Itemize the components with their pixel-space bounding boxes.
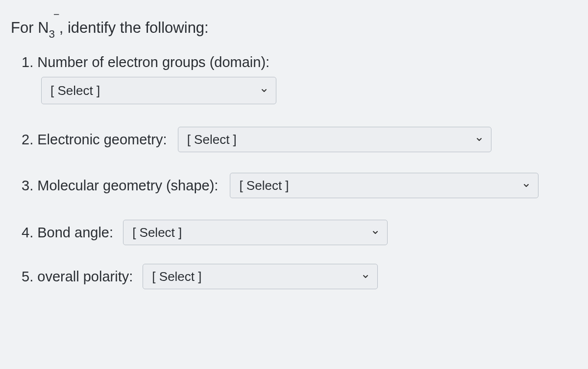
chevron-down-icon (362, 273, 369, 280)
select-overall-polarity[interactable]: [ Select ] (143, 264, 378, 289)
question-4-number: 4. (22, 225, 33, 240)
chemical-formula: N3‾ (38, 19, 59, 36)
select-placeholder: [ Select ] (187, 132, 237, 147)
question-5-label: overall polarity: (37, 269, 133, 284)
formula-subscript: 3 (49, 28, 55, 40)
question-3: 3. Molecular geometry (shape): [ Select … (10, 173, 578, 198)
quiz-container: For N3‾, identify the following: 1. Numb… (0, 0, 588, 299)
chevron-down-icon (475, 136, 483, 143)
question-5-number: 5. (22, 269, 33, 284)
prompt-suffix: , identify the following: (59, 19, 209, 36)
question-5: 5. overall polarity: [ Select ] (10, 264, 578, 289)
question-2-label: Electronic geometry: (37, 132, 167, 147)
question-3-number: 3. (22, 178, 33, 193)
chevron-down-icon (260, 87, 268, 94)
question-3-label: Molecular geometry (shape): (37, 178, 218, 193)
chevron-down-icon (522, 182, 530, 189)
question-2: 2. Electronic geometry: [ Select ] (10, 127, 578, 152)
select-placeholder: [ Select ] (132, 225, 182, 240)
select-electronic-geometry[interactable]: [ Select ] (178, 127, 491, 152)
question-4-label: Bond angle: (37, 225, 113, 240)
formula-base: N (38, 19, 49, 36)
prompt-prefix: For (11, 19, 38, 36)
select-bond-angle[interactable]: [ Select ] (123, 220, 388, 245)
question-2-number: 2. (22, 132, 33, 147)
question-1-number: 1. (22, 54, 33, 69)
select-placeholder: [ Select ] (50, 83, 100, 98)
prompt-text: For N3‾, identify the following: (10, 16, 578, 40)
question-1-label: Number of electron groups (domain): (37, 54, 270, 69)
select-placeholder: [ Select ] (239, 178, 289, 193)
select-electron-groups[interactable]: [ Select ] (41, 77, 276, 104)
formula-superscript: ‾ (54, 12, 59, 27)
select-molecular-geometry[interactable]: [ Select ] (230, 173, 539, 198)
question-1: 1. Number of electron groups (domain): (10, 53, 578, 70)
question-4: 4. Bond angle: [ Select ] (10, 220, 578, 245)
chevron-down-icon (371, 229, 379, 236)
select-placeholder: [ Select ] (152, 269, 201, 284)
